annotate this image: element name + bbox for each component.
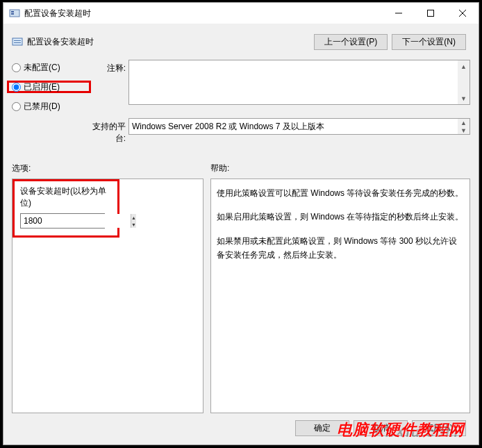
window-title: 配置设备安装超时: [24, 8, 383, 19]
spinner-up-button[interactable]: ▲: [131, 214, 136, 221]
timeout-option-group: 设备安装超时(以秒为单位) ▲ ▼: [13, 179, 119, 238]
radio-enabled-label: 已启用(E): [24, 81, 60, 93]
scroll-up-icon[interactable]: ▲: [458, 119, 469, 126]
titlebar: 配置设备安装超时: [3, 3, 479, 24]
comment-label: 注释:: [91, 60, 126, 74]
comment-field-wrap: ▲ ▼: [128, 60, 470, 105]
options-label: 选项:: [12, 163, 210, 174]
svg-rect-4: [428, 10, 434, 17]
policy-editor-window: 配置设备安装超时 配置设备安装超时 上一个设置(P) 下一个设置(N): [3, 2, 479, 445]
window-icon: [9, 8, 20, 19]
radio-not-configured[interactable]: 未配置(C): [12, 61, 88, 74]
svg-rect-7: [13, 38, 22, 45]
spinner-buttons: ▲ ▼: [131, 214, 136, 228]
minimize-button[interactable]: [383, 3, 415, 24]
radio-disabled-label: 已禁用(D): [24, 101, 60, 113]
comment-scrollbar[interactable]: ▲ ▼: [458, 60, 469, 104]
platform-scrollbar[interactable]: ▲ ▼: [458, 119, 469, 134]
help-text: 使用此策略设置可以配置 Windows 等待设备安装任务完成的秒数。 如果启用此…: [217, 186, 464, 263]
scroll-down-icon[interactable]: ▼: [458, 92, 469, 104]
window-controls: [383, 3, 479, 24]
radio-disabled[interactable]: 已禁用(D): [12, 100, 88, 113]
section-labels: 选项: 帮助:: [12, 163, 470, 174]
help-panel: 使用此策略设置可以配置 Windows 等待设备安装任务完成的秒数。 如果启用此…: [210, 179, 470, 413]
policy-title-text: 配置设备安装超时: [27, 36, 94, 48]
nav-buttons: 上一个设置(P) 下一个设置(N): [314, 34, 466, 50]
radio-disabled-input[interactable]: [12, 102, 21, 111]
radio-not-configured-input[interactable]: [12, 63, 21, 72]
dialog-body: 配置设备安装超时 上一个设置(P) 下一个设置(N) 未配置(C) 已启用(E): [3, 24, 479, 445]
help-paragraph: 如果禁用或未配置此策略设置，则 Windows 等待 300 秒以允许设备安装任…: [217, 234, 464, 263]
spinner-down-button[interactable]: ▼: [131, 221, 136, 228]
options-panel: 设备安装超时(以秒为单位) ▲ ▼: [12, 179, 203, 413]
supported-label: 支持的平台:: [91, 118, 126, 144]
maximize-button[interactable]: [415, 3, 447, 24]
timeout-label: 设备安装超时(以秒为单位): [20, 185, 112, 209]
dialog-footer: 确定 取消 应用(A): [12, 413, 470, 436]
svg-rect-2: [11, 13, 14, 15]
policy-title: 配置设备安装超时: [12, 36, 314, 48]
radio-not-configured-label: 未配置(C): [24, 62, 60, 74]
svg-rect-1: [11, 11, 14, 13]
cancel-button[interactable]: 取消: [354, 420, 408, 436]
previous-setting-button[interactable]: 上一个设置(P): [314, 34, 388, 50]
svg-rect-8: [14, 40, 21, 41]
timeout-input[interactable]: [21, 214, 131, 228]
radio-enabled-input[interactable]: [12, 83, 21, 92]
lower-panels: 设备安装超时(以秒为单位) ▲ ▼ 使用此策略设置可以配置 Windows 等待…: [12, 179, 470, 413]
next-setting-button[interactable]: 下一个设置(N): [392, 34, 466, 50]
help-paragraph: 如果启用此策略设置，则 Windows 在等待指定的秒数后终止安装。: [217, 210, 464, 224]
help-label: 帮助:: [210, 163, 470, 174]
svg-rect-9: [14, 42, 21, 43]
supported-platform-field: Windows Server 2008 R2 或 Windows 7 及以上版本…: [128, 118, 470, 135]
scroll-down-icon[interactable]: ▼: [458, 126, 469, 134]
apply-button[interactable]: 应用(A): [412, 420, 466, 436]
help-paragraph: 使用此策略设置可以配置 Windows 等待设备安装任务完成的秒数。: [217, 186, 464, 200]
ok-button[interactable]: 确定: [295, 420, 349, 436]
header-row: 配置设备安装超时 上一个设置(P) 下一个设置(N): [12, 31, 470, 53]
supported-platform-text: Windows Server 2008 R2 或 Windows 7 及以上版本: [132, 121, 467, 133]
close-button[interactable]: [447, 3, 479, 24]
top-grid: 未配置(C) 已启用(E) 已禁用(D) 注释: ▲ ▼: [12, 60, 470, 144]
policy-icon: [12, 36, 23, 47]
timeout-spinner: ▲ ▼: [20, 213, 105, 229]
comment-textarea[interactable]: [129, 60, 469, 102]
radio-enabled[interactable]: 已启用(E): [7, 81, 91, 93]
state-radio-group: 未配置(C) 已启用(E) 已禁用(D): [12, 60, 88, 113]
scroll-up-icon[interactable]: ▲: [458, 60, 469, 72]
